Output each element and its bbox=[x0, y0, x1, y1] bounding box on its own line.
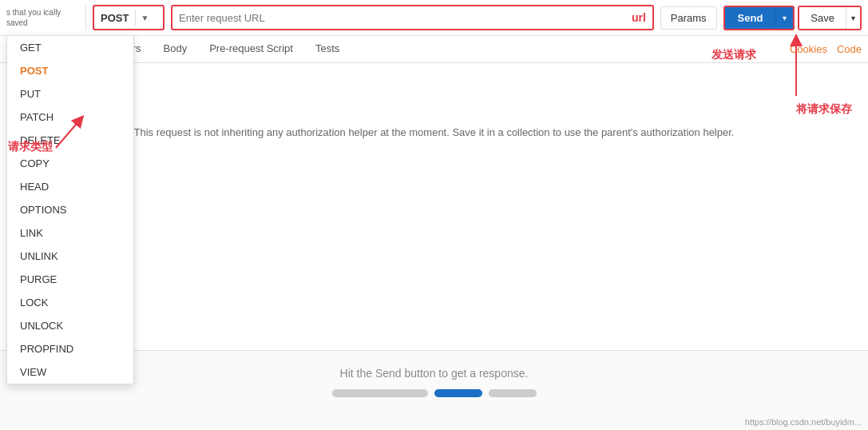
response-text: Hit the Send button to get a response. bbox=[16, 367, 852, 380]
method-item-get[interactable]: GET bbox=[7, 36, 133, 59]
method-item-unlink[interactable]: UNLINK bbox=[7, 245, 133, 268]
method-arrow-icon: ▼ bbox=[135, 10, 153, 26]
method-item-copy[interactable]: COPY bbox=[7, 152, 133, 175]
method-item-post[interactable]: POST bbox=[7, 59, 133, 82]
response-bar-3 bbox=[489, 389, 537, 397]
code-link[interactable]: Code bbox=[837, 43, 862, 55]
method-item-delete[interactable]: DELETE bbox=[7, 129, 133, 152]
save-dropdown-button[interactable]: ▾ bbox=[846, 7, 860, 29]
method-item-view[interactable]: VIEW bbox=[7, 360, 133, 384]
method-item-options[interactable]: OPTIONS bbox=[7, 198, 133, 221]
url-input-wrapper: url bbox=[171, 5, 654, 30]
url-input[interactable] bbox=[172, 9, 632, 27]
url-label: url bbox=[632, 11, 652, 24]
method-item-link[interactable]: LINK bbox=[7, 221, 133, 245]
send-dropdown-button[interactable]: ▾ bbox=[775, 7, 793, 29]
response-bar-1 bbox=[332, 389, 428, 397]
method-label: POST bbox=[94, 9, 135, 27]
method-item-put[interactable]: PUT bbox=[7, 82, 133, 106]
tab-body[interactable]: Body bbox=[153, 36, 199, 62]
method-item-purge[interactable]: PURGE bbox=[7, 268, 133, 291]
method-dropdown-button[interactable]: POST ▼ bbox=[93, 5, 164, 30]
tabs-right-links: Cookies Code bbox=[790, 43, 862, 55]
auth-message: This request is not inheriting any autho… bbox=[13, 125, 855, 141]
save-button-group: Save ▾ bbox=[798, 6, 862, 30]
method-item-propfind[interactable]: PROPFIND bbox=[7, 337, 133, 360]
tab-tests[interactable]: Tests bbox=[304, 36, 351, 62]
cookies-link[interactable]: Cookies bbox=[790, 43, 827, 55]
method-item-patch[interactable]: PATCH bbox=[7, 106, 133, 129]
method-dropdown-menu: GET POST PUT PATCH DELETE COPY HEAD OPTI… bbox=[6, 35, 134, 384]
send-button[interactable]: Send bbox=[725, 7, 776, 29]
send-button-group: Send ▾ bbox=[723, 6, 795, 30]
auth-type-row: TYPE No Auth ▾ bbox=[13, 76, 855, 96]
method-item-lock[interactable]: LOCK bbox=[7, 291, 133, 314]
save-button[interactable]: Save bbox=[799, 7, 846, 29]
response-bar-2 bbox=[434, 389, 482, 397]
tab-prerequest[interactable]: Pre-request Script bbox=[198, 36, 304, 62]
method-item-unlock[interactable]: UNLOCK bbox=[7, 314, 133, 337]
sidebar-stub-text: s that you ically saved bbox=[6, 7, 79, 28]
toolbar: s that you ically saved POST ▼ url Param… bbox=[0, 0, 868, 36]
params-button[interactable]: Params bbox=[660, 6, 717, 30]
method-item-head[interactable]: HEAD bbox=[7, 175, 133, 198]
response-bars bbox=[16, 389, 852, 397]
